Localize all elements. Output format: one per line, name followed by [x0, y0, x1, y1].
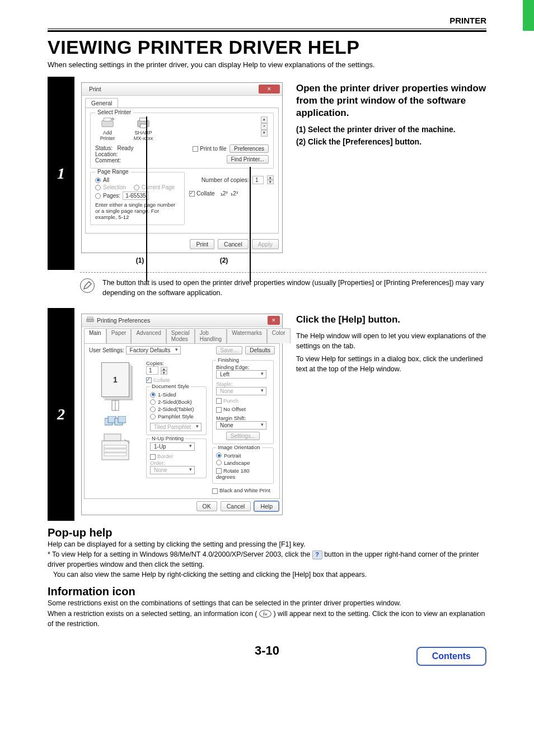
tab-advanced[interactable]: Advanced	[131, 328, 166, 343]
settings-button[interactable]: Settings...	[226, 432, 260, 440]
popup-line2: * To view Help for a setting in Windows …	[48, 549, 486, 570]
radio-portrait[interactable]	[216, 452, 222, 458]
svg-rect-10	[87, 317, 93, 319]
collate-checkbox[interactable]	[146, 377, 152, 383]
popup-help-heading: Pop-up help	[48, 526, 486, 539]
tiled-pamphlet-combo[interactable]: Tiled Pamphlet	[150, 423, 202, 431]
rotate-checkbox[interactable]	[216, 468, 222, 474]
tab-general[interactable]: General	[85, 98, 118, 108]
page-range-legend: Page Range	[95, 169, 131, 175]
comment-label: Comment:	[95, 157, 133, 164]
preferences-button[interactable]: Preferences	[229, 144, 269, 153]
callout-1: (1)	[136, 256, 144, 264]
scroll-up-icon[interactable]: ▴	[261, 116, 268, 123]
no-offset-checkbox[interactable]	[216, 407, 222, 413]
bw-label: Black and White Print	[219, 487, 270, 493]
svg-rect-8	[140, 124, 147, 128]
copies-input[interactable]: 1	[146, 366, 158, 375]
label-pamphlet: Pamphlet Style	[158, 413, 194, 419]
finishing-legend: Finishing	[216, 357, 241, 363]
tab-job[interactable]: Job Handling	[195, 328, 227, 343]
section-header: PRINTER	[48, 16, 486, 25]
print-to-file-checkbox[interactable]	[193, 146, 198, 152]
label-1sided: 1-Sided	[158, 391, 176, 398]
tab-paper[interactable]: Paper	[106, 328, 132, 343]
radio-selection[interactable]	[95, 185, 101, 190]
pages-input[interactable]: 1-65535	[123, 192, 149, 200]
radio-all[interactable]	[95, 178, 101, 183]
machine-preview-icon	[90, 431, 140, 463]
cancel-button[interactable]: Cancel	[218, 239, 249, 249]
radio-selection-label: Selection	[103, 184, 126, 190]
spinner-down-icon[interactable]: ▾	[267, 180, 274, 184]
close-icon[interactable]: ✕	[268, 316, 280, 325]
add-printer-item[interactable]: + Add Printer	[95, 116, 120, 141]
spinner-down-icon[interactable]: ▾	[161, 371, 167, 375]
printer-item[interactable]: SHARP MX-xxxx	[131, 116, 156, 141]
punch-checkbox[interactable]	[216, 398, 222, 404]
order-combo[interactable]: None	[150, 466, 195, 474]
doc-style-legend: Document Style	[150, 383, 191, 389]
collate-label: Collate	[196, 190, 215, 197]
step-2: 2 Printing Preferences ✕ Main	[48, 308, 486, 521]
binding-combo[interactable]: Left	[216, 370, 266, 379]
find-printer-button[interactable]: Find Printer...	[227, 155, 269, 164]
radio-2book[interactable]	[150, 399, 156, 405]
tab-main[interactable]: Main	[84, 328, 106, 343]
copies-input[interactable]: 1	[252, 176, 264, 184]
nup-combo[interactable]: 1-Up	[150, 442, 195, 451]
note-text: The button that is used to open the prin…	[102, 278, 486, 298]
radio-pamphlet[interactable]	[150, 414, 156, 419]
scroll-handle[interactable]: ▪	[261, 123, 268, 130]
margin-shift-combo[interactable]: None	[216, 421, 266, 430]
callout-2: (2)	[220, 256, 228, 264]
cancel-button[interactable]: Cancel	[221, 501, 251, 511]
ok-button[interactable]: OK	[196, 501, 217, 511]
svg-rect-18	[104, 434, 121, 441]
label-2tablet: 2-Sided(Tablet)	[158, 406, 194, 412]
printer-icon	[86, 316, 94, 324]
collate-checkbox[interactable]	[189, 191, 195, 197]
tab-color[interactable]: Color	[267, 328, 291, 343]
tab-special[interactable]: Special Modes	[166, 328, 195, 343]
copies-label: Copies:	[146, 360, 207, 366]
close-icon[interactable]: ✕	[259, 85, 280, 94]
bw-checkbox[interactable]	[212, 488, 218, 494]
staple-combo[interactable]: None	[216, 387, 266, 395]
radio-pages[interactable]	[95, 193, 101, 199]
radio-1sided[interactable]	[150, 392, 156, 398]
no-offset-label: No Offset	[223, 406, 246, 412]
svg-rect-19	[104, 445, 127, 448]
info-icon-heading: Information icon	[48, 585, 486, 598]
step2-heading: Click the [Help] button.	[296, 314, 486, 326]
popup-line3: You can also view the same Help by right…	[48, 570, 486, 580]
spinner-up-icon[interactable]: ▴	[267, 175, 274, 180]
radio-landscape[interactable]	[216, 460, 222, 465]
svg-rect-9	[87, 319, 94, 322]
status-value: Ready	[117, 145, 133, 151]
step-number: 1	[48, 77, 74, 270]
pencil-note-icon	[80, 278, 95, 293]
apply-button[interactable]: Apply	[252, 239, 279, 249]
scroll-down-icon[interactable]: ▾	[261, 130, 268, 137]
punch-label: Punch	[223, 398, 238, 404]
status-label: Status:	[95, 145, 113, 151]
radio-current[interactable]	[134, 185, 139, 190]
print-button[interactable]: Print	[190, 239, 214, 249]
collate-icon: ₁2³ ₁2³	[221, 190, 238, 197]
page-title: VIEWING PRINTER DRIVER HELP	[48, 36, 486, 58]
radio-2tablet[interactable]	[150, 407, 156, 412]
select-printer-legend: Select Printer	[95, 109, 133, 115]
staple-label: Staple:	[216, 381, 270, 387]
help-button[interactable]: Help	[254, 501, 279, 511]
radio-pages-label: Pages:	[103, 193, 120, 199]
defaults-button[interactable]: Defaults	[245, 346, 275, 354]
save-button[interactable]: Save...	[216, 346, 242, 354]
tab-watermarks[interactable]: Watermarks	[227, 328, 267, 343]
orientation-legend: Image Orientation	[216, 444, 262, 450]
spinner-up-icon[interactable]: ▴	[161, 367, 167, 371]
user-settings-combo[interactable]: Factory Defaults	[126, 346, 181, 354]
border-checkbox[interactable]	[150, 454, 156, 460]
contents-button[interactable]: Contents	[416, 647, 486, 666]
info-line1: Some restrictions exist on the combinati…	[48, 598, 486, 608]
